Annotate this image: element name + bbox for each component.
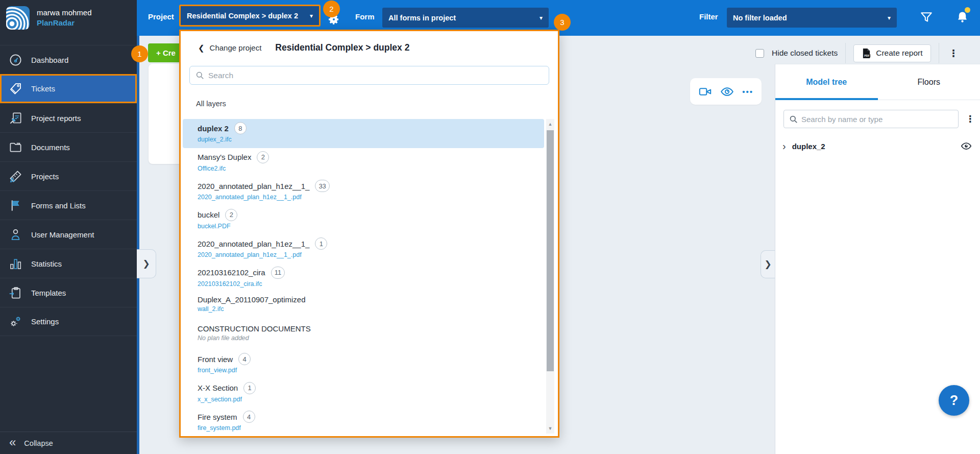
form-selector[interactable]: All forms in project ▾	[382, 8, 549, 28]
sidebar-item-icon	[9, 170, 22, 183]
chevron-down-icon: ▾	[310, 12, 313, 19]
viewer-left-edge	[137, 36, 139, 454]
layer-file-link[interactable]: fire_system.pdf	[198, 424, 241, 432]
layer-list-item[interactable]: Fire system 4 fire_system.pdf	[183, 408, 544, 437]
create-report-label: Create report	[876, 49, 922, 58]
sidebar-item-label: Forms and Lists	[31, 201, 86, 210]
layer-file-link[interactable]: wall_2.ifc	[198, 305, 224, 313]
svg-text:PDF: PDF	[865, 54, 870, 57]
layer-list-item[interactable]: CONSTRUCTION DOCUMENTS No plan file adde…	[183, 321, 544, 350]
layer-item-head: CONSTRUCTION DOCUMENTS	[198, 324, 537, 333]
layer-name: Duplex_A_20110907_optimized	[198, 295, 306, 304]
layer-search-input[interactable]	[190, 66, 549, 84]
model-search-box	[783, 110, 959, 128]
layer-list-item[interactable]: 2020_annotated_plan_h1ez__1_ 33 2020_ann…	[183, 177, 544, 206]
sidebar-item[interactable]: Project reports	[0, 103, 137, 132]
layer-list-item[interactable]: Front view 4 front_view.pdf	[183, 350, 544, 379]
all-layers-label: All layers	[196, 100, 226, 108]
sidebar-item[interactable]: Documents	[0, 132, 137, 161]
sidebar-item-label: Dashboard	[31, 56, 68, 64]
layer-item-head: 2020_annotated_plan_h1ez__1_ 1	[198, 237, 537, 250]
change-project-back-button[interactable]: ❮ Change project	[198, 43, 261, 53]
sidebar-nav: Dashboard Tickets Project reports Docume…	[0, 45, 137, 336]
ticket-count-badge: 11	[271, 267, 285, 279]
sidebar-item-icon	[9, 315, 22, 328]
expand-left-panel-toggle[interactable]: ❯	[137, 249, 156, 278]
layer-file-link[interactable]: No plan file added	[198, 334, 249, 342]
sidebar-item-label: Settings	[31, 317, 59, 326]
scroll-down-arrow-icon[interactable]: ▼	[546, 423, 554, 434]
tab-model-tree[interactable]: Model tree	[775, 64, 878, 100]
layer-list-scrollbar[interactable]: ▲ ▼	[546, 119, 554, 434]
sidebar-item[interactable]: Projects	[0, 161, 137, 190]
visibility-eye-icon[interactable]	[720, 85, 734, 99]
expand-chevron-icon[interactable]: ›	[782, 141, 786, 151]
layer-name: 202103162102_cira	[198, 268, 265, 277]
hide-closed-tickets-checkbox[interactable]	[755, 49, 764, 58]
layer-file-link[interactable]: 202103162102_cira.ifc	[198, 280, 262, 288]
layer-list-item[interactable]: duplex 2 8 duplex_2.ifc	[183, 119, 544, 148]
sidebar: marwa mohmed PlanRadar Dashboard Tickets	[0, 0, 137, 454]
filter-selector[interactable]: No filter loaded ▾	[727, 8, 897, 28]
sidebar-item[interactable]: Templates	[0, 278, 137, 307]
layer-file-link[interactable]: duplex_2.ifc	[198, 136, 232, 143]
tab-floors[interactable]: Floors	[878, 64, 980, 100]
layer-list-item[interactable]: Mansy's Duplex 2 Office2.ifc	[183, 148, 544, 177]
model-tree-item[interactable]: › duplex_2	[782, 140, 972, 152]
layer-list-item[interactable]: 2020_annotated_plan_h1ez__1_ 1 2020_anno…	[183, 234, 544, 264]
model-tree-kebab-icon[interactable]: ⋮	[966, 113, 975, 125]
filter-label: Filter	[699, 12, 718, 21]
scrollbar-thumb[interactable]	[547, 130, 554, 371]
change-project-label: Change project	[210, 43, 262, 52]
sidebar-item-label: Project reports	[31, 114, 81, 123]
layer-file-link[interactable]: 2020_annotated_plan_h1ez__1_.pdf	[198, 194, 302, 201]
layer-name: Mansy's Duplex	[198, 153, 251, 161]
project-selector[interactable]: Residential Complex > duplex 2 ▾	[179, 5, 321, 27]
layer-visibility-eye-icon[interactable]	[961, 140, 972, 152]
sidebar-item[interactable]: Statistics	[0, 249, 137, 278]
sidebar-item-label: Templates	[31, 289, 66, 297]
layer-selector-panel: ❮ Change project Residential Complex > d…	[179, 30, 559, 438]
user-block[interactable]: marwa mohmed PlanRadar	[0, 0, 137, 37]
walkthrough-camera-icon[interactable]	[698, 85, 712, 99]
viewer-more-options-icon[interactable]: •••	[742, 87, 753, 96]
sidebar-item[interactable]: Settings	[0, 307, 137, 336]
sidebar-item-label: Tickets	[31, 84, 55, 93]
layer-file-link[interactable]: x_x_section.pdf	[198, 396, 242, 403]
sidebar-item[interactable]: Forms and Lists	[0, 190, 137, 220]
layer-item-head: Duplex_A_20110907_optimized	[198, 295, 537, 304]
ticket-count-badge: 1	[243, 382, 256, 394]
layer-file-link[interactable]: buckel.PDF	[198, 223, 231, 230]
layer-file-link[interactable]: front_view.pdf	[198, 367, 237, 374]
help-button[interactable]: ?	[939, 385, 969, 416]
layer-item-head: 202103162102_cira 11	[198, 267, 537, 279]
scroll-up-arrow-icon[interactable]: ▲	[546, 119, 554, 129]
sidebar-item[interactable]: Dashboard	[0, 45, 137, 74]
layer-file-link[interactable]: 2020_annotated_plan_h1ez__1_.pdf	[198, 251, 302, 258]
sidebar-item[interactable]: Tickets	[0, 74, 137, 103]
search-icon	[195, 70, 205, 80]
layer-list-item[interactable]: buckel 2 buckel.PDF	[183, 206, 544, 235]
sidebar-item-icon	[9, 140, 22, 154]
sidebar-collapse-button[interactable]: « Collapse	[0, 432, 137, 454]
sidebar-item[interactable]: User Management	[0, 220, 137, 249]
layer-list-item[interactable]: X-X Section 1 x_x_section.pdf	[183, 379, 544, 408]
layer-item-head: duplex 2 8	[198, 122, 537, 134]
collapse-right-panel-toggle[interactable]: ❯	[761, 250, 775, 278]
more-options-kebab-icon[interactable]: ⋮	[947, 47, 961, 59]
layer-name: Front view	[198, 355, 233, 364]
layer-list-item[interactable]: Duplex_A_20110907_optimized wall_2.ifc	[183, 292, 544, 321]
divider	[845, 43, 846, 63]
create-report-button[interactable]: PDF Create report	[853, 44, 930, 62]
model-search-input[interactable]	[784, 110, 958, 128]
project-label: Project	[148, 12, 174, 21]
layer-list-item[interactable]: 202103162102_cira 11 202103162102_cira.i…	[183, 264, 544, 293]
collapse-icon: «	[9, 436, 16, 448]
layer-list: duplex 2 8 duplex_2.ifc Mansy's Duplex 2…	[183, 119, 544, 437]
layer-file-link[interactable]: Office2.ifc	[198, 165, 226, 172]
filter-funnel-icon[interactable]	[920, 11, 933, 24]
layer-item-head: Mansy's Duplex 2	[198, 151, 537, 163]
model-search-row: ⋮	[783, 110, 975, 128]
annotation-badge-3: 3	[554, 14, 571, 31]
back-chevron-icon: ❮	[198, 43, 205, 53]
